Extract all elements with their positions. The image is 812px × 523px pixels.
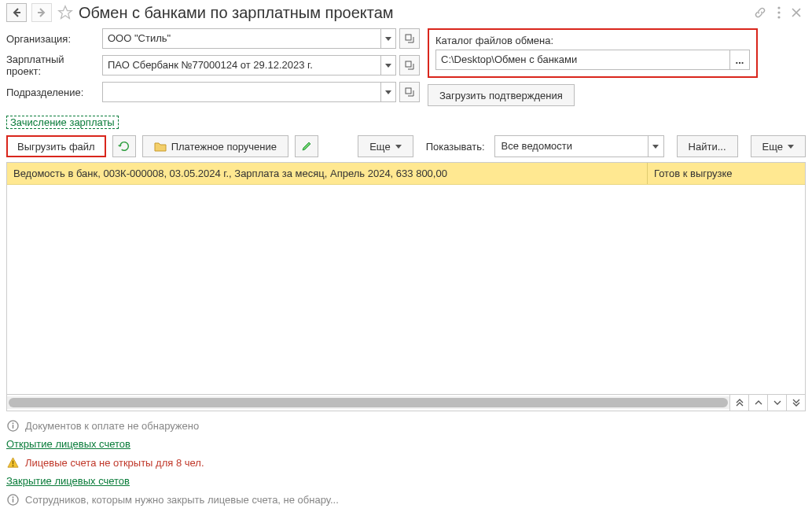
show-label: Показывать: — [426, 141, 485, 153]
row-description: Ведомость в банк, 003К-000008, 03.05.202… — [7, 163, 648, 184]
payment-order-label: Платежное поручение — [171, 141, 277, 153]
pencil-icon — [301, 141, 312, 152]
payment-order-button[interactable]: Платежное поручение — [142, 135, 288, 157]
svg-rect-13 — [12, 499, 13, 503]
chevron-down-icon — [788, 145, 794, 149]
load-confirmations-button[interactable]: Загрузить подтверждения — [428, 84, 575, 106]
export-file-button[interactable]: Выгрузить файл — [6, 135, 106, 157]
menu-icon[interactable] — [777, 6, 781, 19]
subdivision-input[interactable] — [102, 82, 396, 102]
subdivision-label: Подразделение: — [6, 87, 99, 98]
project-label: Зарплатный проект: — [6, 53, 99, 77]
folder-icon — [154, 141, 167, 152]
close-button[interactable] — [792, 8, 801, 17]
table-row[interactable]: Ведомость в банк, 003К-000008, 03.05.202… — [7, 163, 805, 185]
svg-point-0 — [777, 6, 780, 9]
no-docs-text: Документов к оплате не обнаружено — [25, 420, 199, 432]
scroll-up-button[interactable] — [748, 395, 767, 411]
warning-icon — [6, 456, 19, 469]
more-button-2[interactable]: Еще — [751, 135, 806, 157]
close-info-text: Сотрудников, которым нужно закрыть лицев… — [25, 494, 339, 506]
up-icon — [755, 400, 762, 405]
accounts-warning-text: Лицевые счета не открыты для 8 чел. — [25, 457, 204, 469]
org-input[interactable]: ООО "Стиль" — [102, 28, 396, 49]
page-title: Обмен с банками по зарплатным проектам — [79, 4, 749, 22]
row-status: Готов к выгрузке — [648, 163, 805, 184]
refresh-icon — [118, 140, 130, 153]
open-icon — [405, 87, 414, 97]
close-icon — [792, 8, 801, 17]
nav-back-button[interactable] — [6, 3, 27, 22]
more-button-1[interactable]: Еще — [358, 135, 413, 157]
chevron-down-icon — [385, 90, 391, 94]
nav-forward-button[interactable] — [31, 3, 52, 22]
show-combo[interactable]: Все ведомости — [494, 135, 664, 157]
more-label-1: Еще — [369, 141, 390, 153]
arrow-left-icon — [12, 8, 21, 17]
catalog-label: Каталог файлов обмена: — [435, 35, 750, 46]
svg-point-7 — [12, 422, 13, 424]
svg-point-2 — [777, 16, 780, 18]
favorite-star-button[interactable] — [57, 4, 74, 21]
org-label: Организация: — [6, 33, 99, 45]
scrollbar-thumb[interactable] — [9, 398, 728, 407]
info-icon — [6, 419, 19, 432]
double-up-icon — [736, 399, 744, 407]
scroll-bottom-button[interactable] — [786, 395, 805, 411]
project-dropdown-button[interactable] — [380, 56, 395, 75]
find-button[interactable]: Найти... — [677, 135, 738, 157]
catalog-path-input[interactable]: C:\Desktop\Обмен с банками — [435, 50, 729, 70]
svg-rect-8 — [12, 425, 13, 429]
statements-grid[interactable]: Ведомость в банк, 003К-000008, 03.05.202… — [6, 162, 806, 395]
show-combo-dropdown[interactable] — [648, 136, 663, 157]
down-icon — [773, 400, 781, 405]
subdivision-open-button[interactable] — [399, 82, 420, 102]
star-icon — [57, 5, 73, 20]
org-input-value: ООО "Стиль" — [103, 29, 380, 48]
svg-rect-4 — [406, 61, 411, 67]
show-combo-value: Все ведомости — [495, 136, 648, 157]
chevron-down-icon — [385, 37, 391, 41]
subdivision-input-value — [103, 83, 380, 101]
scroll-top-button[interactable] — [729, 395, 748, 411]
project-open-button[interactable] — [399, 55, 420, 76]
svg-point-12 — [12, 496, 13, 498]
subdivision-dropdown-button[interactable] — [380, 83, 395, 101]
svg-rect-9 — [12, 460, 13, 464]
grid-empty-area — [7, 185, 805, 394]
svg-rect-3 — [406, 35, 411, 40]
svg-point-1 — [777, 11, 780, 13]
close-accounts-link[interactable]: Закрытие лицевых счетов — [6, 475, 130, 487]
chevron-down-icon — [385, 64, 391, 68]
refresh-button[interactable] — [112, 135, 136, 157]
exchange-catalog-box: Каталог файлов обмена: C:\Desktop\Обмен … — [428, 28, 758, 78]
ellipsis-icon: ... — [736, 54, 744, 66]
org-open-button[interactable] — [399, 28, 420, 49]
open-icon — [405, 34, 414, 43]
chevron-down-icon — [395, 145, 402, 149]
tab-salary-transfer[interactable]: Зачисление зарплаты — [6, 116, 119, 129]
link-icon[interactable] — [754, 6, 766, 19]
double-down-icon — [792, 399, 800, 407]
edit-button[interactable] — [295, 135, 318, 157]
svg-rect-5 — [406, 88, 411, 94]
project-input[interactable]: ПАО Сбербанк №77000124 от 29.12.2023 г. — [102, 55, 396, 76]
info-icon — [6, 493, 19, 506]
project-input-value: ПАО Сбербанк №77000124 от 29.12.2023 г. — [103, 56, 380, 75]
svg-point-10 — [12, 465, 13, 466]
chevron-down-icon — [652, 145, 659, 149]
scroll-down-button[interactable] — [767, 395, 786, 411]
org-dropdown-button[interactable] — [380, 29, 395, 48]
open-icon — [405, 61, 414, 70]
catalog-browse-button[interactable]: ... — [729, 50, 750, 70]
open-accounts-link[interactable]: Открытие лицевых счетов — [6, 438, 130, 450]
more-label-2: Еще — [762, 141, 783, 153]
horizontal-scrollbar[interactable] — [7, 396, 729, 409]
arrow-right-icon — [37, 8, 46, 17]
